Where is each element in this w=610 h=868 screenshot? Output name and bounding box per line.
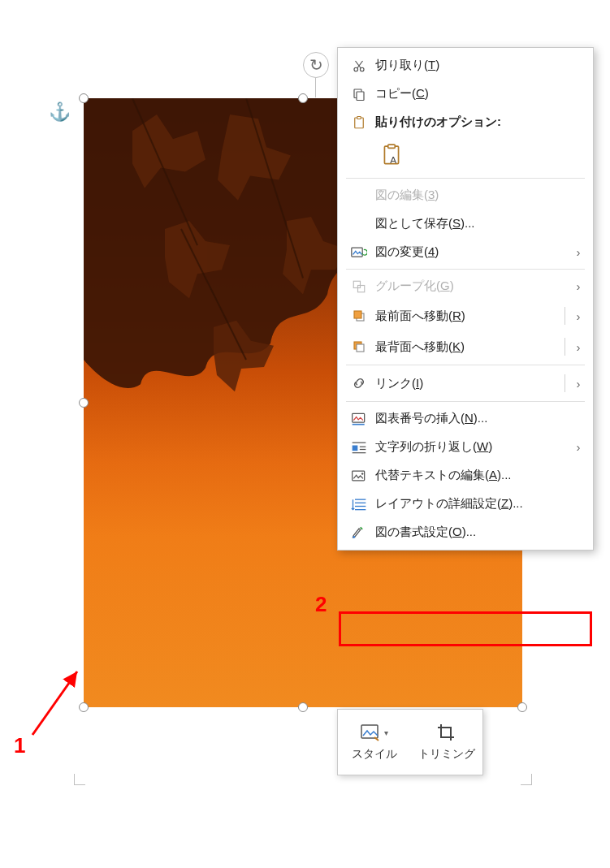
menu-text-wrap[interactable]: 文字列の折り返し(W) › bbox=[338, 433, 593, 461]
svg-rect-24 bbox=[353, 445, 358, 451]
menu-separator bbox=[346, 269, 585, 270]
rotate-handle[interactable]: ↻ bbox=[303, 52, 329, 78]
menu-layout-settings[interactable]: レイアウトの詳細設定(Z)... bbox=[338, 490, 593, 518]
menu-group: グループ化(G) › bbox=[338, 272, 593, 300]
menu-format-picture[interactable]: 図の書式設定(O)... bbox=[338, 518, 593, 546]
rotate-handle-stem bbox=[315, 78, 316, 97]
svg-rect-8 bbox=[357, 92, 364, 101]
menu-bring-to-front[interactable]: 最前面へ移動(R) › bbox=[338, 300, 593, 331]
svg-rect-21 bbox=[353, 413, 365, 422]
submenu-chevron-icon: › bbox=[572, 245, 585, 259]
svg-rect-20 bbox=[357, 344, 364, 352]
wrap-icon bbox=[348, 440, 370, 455]
link-icon bbox=[348, 376, 370, 391]
copy-icon bbox=[348, 87, 370, 101]
svg-rect-18 bbox=[354, 311, 361, 318]
paste-icon bbox=[348, 115, 370, 130]
menu-change-picture[interactable]: 図の変更(4) › bbox=[338, 238, 593, 266]
caption-icon bbox=[348, 412, 370, 426]
picture-mini-toolbar: ▾ スタイル トリミング bbox=[337, 709, 483, 775]
style-icon bbox=[360, 723, 383, 742]
paste-option-keep-text[interactable]: A bbox=[375, 140, 408, 172]
menu-cut-label: 切り取り(T) bbox=[370, 58, 585, 73]
submenu-chevron-icon: › bbox=[572, 440, 585, 454]
paste-options-row: A bbox=[338, 136, 593, 175]
split-separator bbox=[565, 307, 565, 325]
menu-edit-alt-text[interactable]: 代替テキストの編集(A)... bbox=[338, 461, 593, 490]
dropdown-chevron-icon: ▾ bbox=[384, 728, 388, 737]
svg-rect-28 bbox=[353, 471, 365, 481]
menu-insert-caption[interactable]: 図表番号の挿入(N)... bbox=[338, 404, 593, 433]
svg-text:A: A bbox=[390, 154, 396, 165]
svg-line-34 bbox=[32, 672, 77, 735]
change-picture-icon bbox=[348, 245, 370, 260]
menu-link[interactable]: リンク(I) › bbox=[338, 368, 593, 399]
svg-point-29 bbox=[361, 473, 364, 475]
anchor-icon: ⚓ bbox=[49, 101, 71, 123]
resize-handle-w[interactable] bbox=[79, 398, 89, 408]
menu-edit-figure-label: 図の編集(3) bbox=[370, 188, 585, 203]
annotation-label-2: 2 bbox=[315, 592, 327, 617]
split-separator bbox=[565, 374, 565, 392]
menu-send-to-back-label: 最背面へ移動(K) bbox=[370, 339, 561, 355]
svg-rect-35 bbox=[361, 725, 378, 738]
resize-handle-s[interactable] bbox=[298, 702, 308, 712]
resize-handle-se[interactable] bbox=[517, 702, 527, 712]
submenu-chevron-icon[interactable]: › bbox=[572, 377, 585, 391]
svg-rect-12 bbox=[388, 145, 396, 148]
menu-paste-header-label: 貼り付けのオプション: bbox=[370, 114, 585, 130]
menu-insert-caption-label: 図表番号の挿入(N)... bbox=[370, 411, 585, 426]
menu-save-as-picture-label: 図として保存(S)... bbox=[370, 216, 585, 231]
menu-edit-figure: 図の編集(3) bbox=[338, 181, 593, 209]
menu-copy[interactable]: コピー(C) bbox=[338, 80, 593, 108]
menu-separator bbox=[346, 178, 585, 179]
menu-edit-alt-text-label: 代替テキストの編集(A)... bbox=[370, 468, 585, 483]
picture-context-menu: 切り取り(T) コピー(C) 貼り付けのオプション: A 図の編集(3) 図とし… bbox=[337, 47, 594, 551]
mini-style-button[interactable]: ▾ スタイル bbox=[338, 710, 410, 775]
layout-icon bbox=[348, 497, 370, 512]
crop-icon bbox=[436, 723, 457, 742]
menu-group-label: グループ化(G) bbox=[370, 279, 572, 294]
menu-save-as-picture[interactable]: 図として保存(S)... bbox=[338, 209, 593, 238]
mini-crop-button[interactable]: トリミング bbox=[410, 710, 482, 775]
submenu-chevron-icon: › bbox=[572, 279, 585, 293]
send-back-icon bbox=[348, 339, 370, 354]
menu-separator bbox=[346, 365, 585, 365]
group-icon bbox=[348, 279, 370, 294]
menu-layout-settings-label: レイアウトの詳細設定(Z)... bbox=[370, 496, 585, 512]
annotation-arrow-1 bbox=[24, 662, 89, 743]
svg-rect-15 bbox=[353, 281, 360, 287]
alt-text-icon bbox=[348, 469, 370, 483]
format-picture-icon bbox=[348, 525, 370, 540]
split-separator bbox=[565, 338, 565, 356]
menu-format-picture-label: 図の書式設定(O)... bbox=[370, 525, 585, 540]
menu-bring-to-front-label: 最前面へ移動(R) bbox=[370, 309, 561, 324]
menu-text-wrap-label: 文字列の折り返し(W) bbox=[370, 439, 572, 455]
page-margin-bracket-bl bbox=[74, 774, 85, 785]
cut-icon bbox=[348, 58, 370, 73]
menu-copy-label: コピー(C) bbox=[370, 86, 585, 101]
mini-style-label: スタイル bbox=[352, 747, 397, 762]
menu-cut[interactable]: 切り取り(T) bbox=[338, 51, 593, 80]
svg-rect-16 bbox=[358, 285, 365, 291]
page-margin-bracket-br bbox=[521, 774, 532, 785]
menu-paste-header: 貼り付けのオプション: bbox=[338, 108, 593, 136]
bring-front-icon bbox=[348, 309, 370, 323]
menu-send-to-back[interactable]: 最背面へ移動(K) › bbox=[338, 331, 593, 362]
submenu-chevron-icon[interactable]: › bbox=[572, 340, 585, 354]
mini-crop-label: トリミング bbox=[418, 747, 475, 762]
menu-separator bbox=[346, 401, 585, 402]
svg-rect-10 bbox=[357, 116, 361, 119]
menu-change-picture-label: 図の変更(4) bbox=[370, 244, 572, 260]
resize-handle-nw[interactable] bbox=[79, 93, 89, 103]
resize-handle-n[interactable] bbox=[298, 93, 308, 103]
menu-link-label: リンク(I) bbox=[370, 376, 561, 391]
submenu-chevron-icon[interactable]: › bbox=[572, 309, 585, 323]
